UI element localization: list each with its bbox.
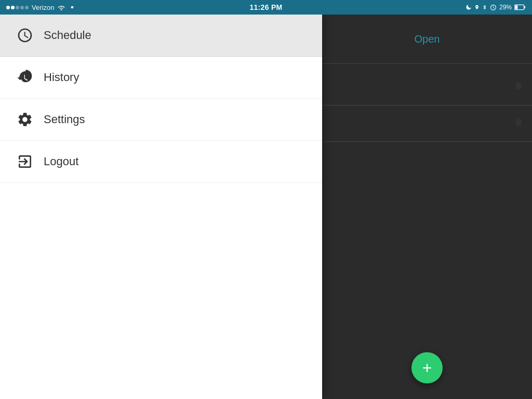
- battery-icon: [514, 4, 526, 10]
- svg-point-0: [71, 6, 74, 9]
- schedule-list: [322, 64, 532, 399]
- schedule-list-item: [322, 69, 532, 105]
- add-schedule-fab[interactable]: +: [411, 352, 443, 383]
- wifi-icon: [57, 4, 65, 10]
- signal-dot-4: [20, 6, 24, 9]
- signal-dot-2: [11, 6, 15, 9]
- status-left: Verizon: [6, 4, 76, 11]
- schedule-icon: [16, 26, 34, 45]
- open-button-area: Open: [322, 15, 532, 64]
- svg-rect-3: [524, 6, 526, 8]
- location-icon: [474, 4, 480, 10]
- status-right: 29%: [466, 4, 526, 11]
- alarm-icon: [490, 4, 497, 11]
- delete-item-2-button[interactable]: [513, 116, 524, 130]
- menu-item-logout[interactable]: Logout: [0, 141, 322, 183]
- right-panel: Open +: [322, 15, 532, 399]
- delete-item-1-button[interactable]: [513, 80, 524, 94]
- signal-dot-3: [16, 6, 19, 9]
- bluetooth-icon: [482, 4, 487, 11]
- logout-label: Logout: [44, 155, 78, 168]
- brightness-icon: [69, 4, 76, 11]
- menu-panel: Schedule History Settings: [0, 15, 322, 399]
- schedule-list-item: [322, 105, 532, 142]
- signal-dot-1: [6, 6, 10, 9]
- carrier-label: Verizon: [32, 4, 54, 11]
- main-container: Schedule History Settings: [0, 15, 532, 399]
- history-label: History: [44, 71, 79, 84]
- signal-dot-5: [25, 6, 29, 9]
- history-icon: [16, 68, 34, 87]
- settings-label: Settings: [44, 113, 85, 126]
- status-bar: Verizon 11:26 PM 29%: [0, 0, 532, 15]
- settings-icon: [16, 110, 34, 129]
- menu-item-schedule[interactable]: Schedule: [0, 15, 322, 57]
- logout-icon: [16, 152, 34, 171]
- moon-icon: [466, 4, 472, 10]
- schedule-label: Schedule: [44, 29, 91, 42]
- open-button[interactable]: Open: [415, 33, 440, 45]
- menu-item-history[interactable]: History: [0, 57, 322, 99]
- signal-dots: [6, 6, 29, 9]
- svg-rect-2: [515, 6, 517, 9]
- status-time: 11:26 PM: [249, 3, 282, 11]
- menu-item-settings[interactable]: Settings: [0, 99, 322, 141]
- battery-percent: 29%: [499, 4, 512, 11]
